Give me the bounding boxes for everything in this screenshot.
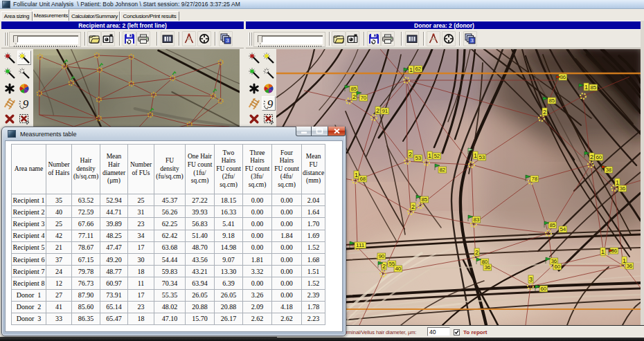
svg-text:53: 53 (415, 155, 421, 161)
svg-text:2: 2 (382, 263, 386, 270)
svg-text:1: 1 (601, 248, 605, 255)
svg-text:2: 2 (590, 154, 593, 160)
svg-text:1: 1 (616, 179, 619, 186)
svg-text:1: 1 (355, 172, 358, 178)
svg-text:83: 83 (473, 216, 479, 223)
svg-text:1: 1 (584, 84, 588, 91)
svg-text:2: 2 (352, 93, 356, 100)
svg-text:82: 82 (439, 167, 445, 173)
svg-text:60: 60 (540, 286, 546, 292)
svg-text:85: 85 (421, 196, 427, 203)
svg-text:1: 1 (474, 152, 477, 159)
svg-text:36: 36 (484, 264, 490, 270)
svg-text:85: 85 (549, 222, 555, 228)
svg-text:78: 78 (531, 176, 537, 182)
svg-text:3: 3 (529, 276, 533, 283)
svg-text:40: 40 (395, 266, 401, 272)
svg-text:53: 53 (478, 154, 485, 160)
svg-text:85: 85 (350, 86, 357, 92)
svg-text:91: 91 (382, 108, 388, 114)
svg-text:36: 36 (619, 185, 625, 192)
svg-text:52: 52 (433, 153, 440, 159)
svg-text:54: 54 (560, 226, 566, 232)
svg-text:85: 85 (590, 84, 596, 91)
svg-text:2: 2 (376, 107, 379, 114)
svg-text:2: 2 (475, 249, 478, 256)
svg-text:90: 90 (378, 253, 384, 259)
svg-text:68: 68 (359, 176, 366, 182)
svg-text:1: 1 (428, 152, 431, 159)
svg-text:2: 2 (543, 109, 546, 116)
svg-text:70: 70 (360, 95, 366, 101)
svg-text:60: 60 (554, 264, 560, 270)
svg-text:2: 2 (411, 203, 415, 210)
svg-text:36: 36 (626, 263, 632, 269)
svg-text:62: 62 (415, 66, 421, 72)
svg-text:1: 1 (409, 66, 413, 73)
svg-text:2: 2 (409, 151, 412, 158)
svg-text:38: 38 (605, 167, 611, 173)
svg-text:111: 111 (356, 242, 365, 248)
svg-text:85: 85 (548, 98, 555, 104)
svg-text:60: 60 (596, 154, 602, 160)
